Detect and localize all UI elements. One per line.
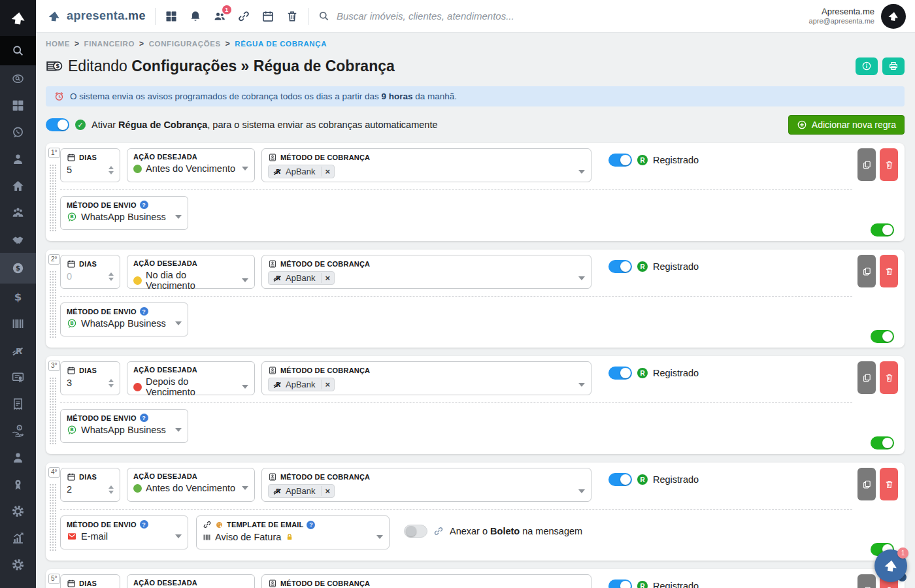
sidebar-logo[interactable] — [0, 0, 36, 36]
email-template-select[interactable]: TEMPLATE DE EMAIL ? Aviso de Fatura — [196, 515, 390, 549]
number-stepper[interactable] — [108, 166, 114, 174]
duplicate-rule-button[interactable] — [857, 468, 876, 500]
action-status-dot — [133, 383, 142, 391]
action-select[interactable]: AÇÃO DESEJADA Depois do Vencimento — [127, 361, 255, 395]
delete-rule-button[interactable] — [880, 148, 898, 181]
sidebar-item-handshake[interactable] — [0, 226, 36, 253]
action-select[interactable]: AÇÃO DESEJADA Antes do Vencimento — [127, 148, 255, 182]
send-method-select[interactable]: MÉTODO DE ENVIO ? WhatsApp Business — [60, 196, 188, 230]
registered-toggle[interactable] — [608, 580, 632, 588]
breadcrumb-item[interactable]: RÉGUA DE COBRANÇA — [235, 40, 327, 48]
help-icon[interactable]: ? — [140, 201, 148, 209]
help-icon[interactable]: ? — [140, 307, 148, 316]
rule-enabled-toggle[interactable] — [871, 436, 894, 449]
sidebar-item-certificate[interactable] — [0, 364, 36, 391]
sidebar-item-oval-search[interactable] — [0, 65, 36, 92]
delete-rule-button[interactable] — [880, 255, 898, 287]
send-method-select[interactable]: MÉTODO DE ENVIO ? WhatsApp Business — [60, 409, 188, 443]
drag-handle[interactable] — [49, 164, 57, 232]
drag-handle[interactable] — [49, 483, 57, 551]
remove-tag-icon[interactable]: × — [321, 486, 331, 496]
days-value[interactable]: 2 — [67, 484, 72, 495]
divider — [60, 402, 852, 403]
duplicate-rule-button[interactable] — [857, 148, 876, 181]
send-method-select[interactable]: MÉTODO DE ENVIO ? WhatsApp Business — [60, 302, 188, 336]
registered-toggle[interactable] — [608, 473, 632, 486]
drag-handle[interactable] — [49, 377, 57, 445]
sidebar-item-receipt[interactable] — [0, 391, 36, 417]
toolbar-trash-button[interactable] — [286, 10, 299, 23]
billing-method-select[interactable]: MÉTODO DE COBRANÇA ApBank × — [261, 255, 591, 289]
breadcrumb-item[interactable]: FINANCEIRO — [84, 40, 135, 48]
days-value[interactable]: 5 — [67, 165, 72, 175]
action-select[interactable]: AÇÃO DESEJADA — [127, 574, 255, 588]
remove-tag-icon[interactable]: × — [321, 273, 331, 283]
toolbar-grid-button[interactable] — [165, 10, 178, 23]
search-input[interactable] — [337, 10, 611, 22]
avatar[interactable] — [881, 4, 906, 29]
help-icon[interactable]: ? — [140, 414, 148, 422]
sidebar-item-dollar[interactable] — [0, 284, 36, 310]
number-stepper[interactable] — [108, 485, 114, 494]
breadcrumb-item[interactable]: HOME — [46, 40, 70, 48]
duplicate-rule-button[interactable] — [857, 574, 876, 588]
days-field[interactable]: DIAS 2 — [60, 468, 120, 502]
brand-logo[interactable]: apresenta.me — [46, 8, 146, 24]
remove-tag-icon[interactable]: × — [321, 380, 331, 389]
toolbar-bell-button[interactable] — [189, 10, 202, 23]
add-rule-button[interactable]: Adicionar nova regra — [788, 115, 905, 135]
billing-method-select[interactable]: MÉTODO DE COBRANÇA ApBank × — [261, 574, 591, 588]
billing-method-select[interactable]: MÉTODO DE COBRANÇA ApBank × — [261, 361, 591, 395]
action-select[interactable]: AÇÃO DESEJADA Antes do Vencimento — [127, 468, 255, 502]
days-field[interactable]: DIAS 3 — [60, 361, 120, 395]
drag-handle[interactable] — [49, 270, 57, 338]
sidebar-item-person[interactable] — [0, 444, 36, 471]
info-button[interactable] — [856, 57, 878, 75]
sidebar-item-chart[interactable] — [0, 525, 36, 551]
days-value[interactable]: 3 — [67, 378, 72, 388]
sidebar-item-award[interactable] — [0, 471, 36, 498]
rule-enabled-toggle[interactable] — [871, 330, 894, 343]
sidebar-item-whatsapp[interactable] — [0, 119, 36, 146]
delete-rule-button[interactable] — [880, 468, 898, 500]
master-enable-toggle[interactable] — [46, 118, 69, 131]
sidebar-item-search[interactable] — [0, 36, 36, 65]
number-stepper[interactable] — [108, 379, 114, 387]
sidebar-item-gear[interactable] — [0, 498, 36, 525]
registered-toggle[interactable] — [608, 367, 632, 380]
toolbar-users-button[interactable]: 1 — [213, 10, 226, 23]
billing-method-select[interactable]: MÉTODO DE COBRANÇA ApBank × — [261, 468, 591, 502]
sidebar-item-handcoin[interactable] — [0, 417, 36, 444]
help-icon[interactable]: ? — [140, 520, 148, 529]
sidebar-item-person[interactable] — [0, 146, 36, 172]
sidebar-item-people[interactable] — [0, 199, 36, 226]
sidebar-item-gear[interactable] — [0, 551, 36, 578]
toolbar-calendar-button[interactable] — [261, 10, 274, 23]
sidebar-item-barcode[interactable] — [0, 310, 36, 337]
sidebar-item-grid[interactable] — [0, 92, 36, 119]
action-select[interactable]: AÇÃO DESEJADA No dia do Vencimento — [127, 255, 255, 289]
sidebar-item-home[interactable] — [0, 172, 36, 199]
duplicate-rule-button[interactable] — [857, 361, 876, 394]
days-value[interactable]: 0 — [67, 271, 72, 282]
attach-boleto-toggle[interactable] — [404, 525, 427, 538]
days-field[interactable]: DIAS — [60, 574, 120, 588]
days-field[interactable]: DIAS 5 — [60, 148, 120, 182]
help-icon[interactable]: ? — [307, 521, 315, 529]
rule-enabled-toggle[interactable] — [871, 223, 894, 237]
send-method-select[interactable]: MÉTODO DE ENVIO ? E-mail — [60, 515, 188, 549]
breadcrumb-item[interactable]: CONFIGURAÇÕES — [149, 40, 221, 48]
toolbar-link-button[interactable] — [237, 10, 250, 23]
registered-toggle[interactable] — [608, 260, 632, 273]
registered-toggle[interactable] — [608, 154, 632, 167]
delete-rule-button[interactable] — [880, 361, 898, 394]
days-field[interactable]: DIAS 0 — [60, 255, 120, 289]
duplicate-rule-button[interactable] — [857, 255, 876, 287]
sidebar-item-dollar-circle[interactable] — [0, 253, 36, 284]
number-stepper[interactable] — [108, 272, 114, 281]
sidebar-item-rlogo[interactable] — [0, 337, 36, 364]
chat-fab[interactable]: 1 — [874, 549, 907, 582]
billing-method-select[interactable]: MÉTODO DE COBRANÇA ApBank × — [261, 148, 591, 182]
remove-tag-icon[interactable]: × — [321, 167, 331, 176]
print-button[interactable] — [882, 57, 905, 75]
